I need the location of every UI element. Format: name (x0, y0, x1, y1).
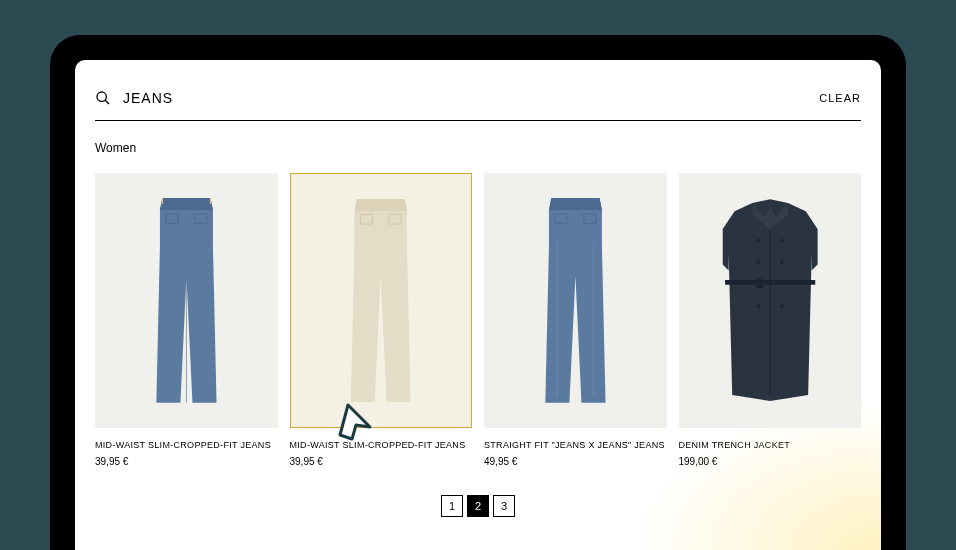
page-button-3[interactable]: 3 (493, 495, 515, 517)
product-image (484, 173, 667, 428)
product-price: 39,95 € (290, 456, 473, 467)
tablet-frame: CLEAR Women MID-WAIST SLIM-CROPPED-FIT J… (50, 35, 906, 550)
svg-point-12 (780, 261, 784, 265)
product-price: 49,95 € (484, 456, 667, 467)
svg-point-14 (780, 305, 784, 309)
product-card[interactable]: MID-WAIST SLIM-CROPPED-FIT JEANS 39,95 € (95, 173, 278, 467)
product-name: DENIM TRENCH JACKET (679, 440, 862, 450)
svg-point-9 (756, 239, 760, 243)
product-image (290, 173, 473, 428)
svg-point-11 (756, 261, 760, 265)
screen: CLEAR Women MID-WAIST SLIM-CROPPED-FIT J… (75, 60, 881, 550)
page-button-1[interactable]: 1 (441, 495, 463, 517)
svg-line-1 (105, 100, 109, 104)
product-image (95, 173, 278, 428)
product-card[interactable]: STRAIGHT FIT "JEANS X JEANS" JEANS 49,95… (484, 173, 667, 467)
product-card-selected[interactable]: MID-WAIST SLIM-CROPPED-FIT JEANS 39,95 € (290, 173, 473, 467)
product-price: 199,00 € (679, 456, 862, 467)
svg-point-10 (780, 239, 784, 243)
search-icon (95, 90, 111, 106)
search-bar: CLEAR (95, 90, 861, 121)
product-name: STRAIGHT FIT "JEANS X JEANS" JEANS (484, 440, 667, 450)
product-card[interactable]: DENIM TRENCH JACKET 199,00 € (679, 173, 862, 467)
svg-point-0 (97, 92, 106, 101)
jeans-icon (118, 192, 255, 409)
svg-point-13 (756, 305, 760, 309)
product-name: MID-WAIST SLIM-CROPPED-FIT JEANS (95, 440, 278, 450)
pagination: 1 2 3 (95, 495, 861, 517)
jeans-icon (313, 193, 448, 408)
svg-rect-8 (756, 279, 763, 288)
category-label: Women (95, 141, 861, 155)
product-price: 39,95 € (95, 456, 278, 467)
search-input-group (95, 90, 298, 106)
coat-icon (699, 188, 841, 412)
product-grid: MID-WAIST SLIM-CROPPED-FIT JEANS 39,95 €… (95, 173, 861, 467)
clear-button[interactable]: CLEAR (819, 92, 861, 104)
page-button-2[interactable]: 2 (467, 495, 489, 517)
product-image (679, 173, 862, 428)
search-input[interactable] (123, 90, 298, 106)
jeans-icon (507, 192, 644, 409)
product-name: MID-WAIST SLIM-CROPPED-FIT JEANS (290, 440, 473, 450)
